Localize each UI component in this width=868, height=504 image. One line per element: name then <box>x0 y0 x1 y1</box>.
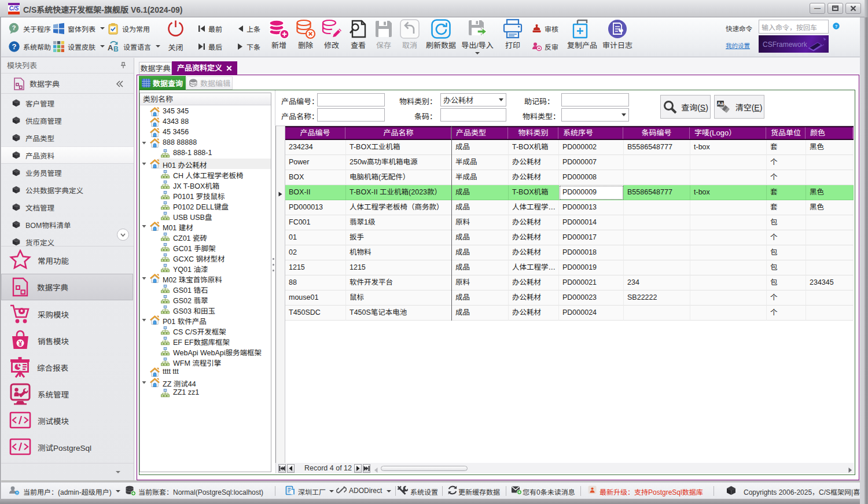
svg-text:CSFramework: CSFramework <box>763 41 808 49</box>
svg-text:¥: ¥ <box>19 340 23 348</box>
svg-text:A: A <box>108 43 113 52</box>
svg-text:?: ? <box>835 24 838 29</box>
svg-text:C/S: C/S <box>9 5 19 12</box>
svg-text:B: B <box>113 45 119 53</box>
svg-text:?: ? <box>12 24 16 31</box>
svg-text:?: ? <box>12 42 17 51</box>
svg-text:Aa: Aa <box>717 101 723 106</box>
